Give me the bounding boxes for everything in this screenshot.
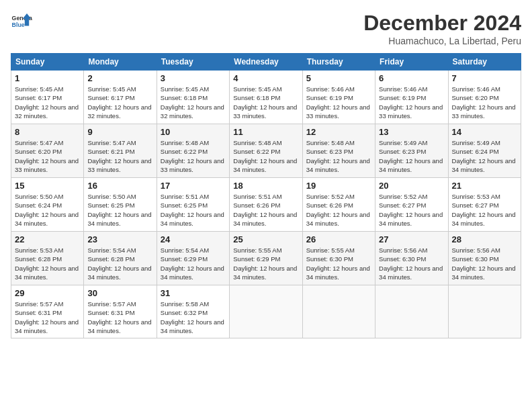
table-row: 16 Sunrise: 5:50 AMSunset: 6:25 PMDaylig… bbox=[84, 178, 157, 232]
svg-text:Blue: Blue bbox=[12, 21, 25, 28]
logo: General Blue bbox=[11, 11, 32, 32]
day-number: 16 bbox=[87, 181, 152, 191]
table-row: 27 Sunrise: 5:56 AMSunset: 6:30 PMDaylig… bbox=[375, 232, 448, 285]
day-number: 2 bbox=[87, 73, 152, 83]
day-info: Sunrise: 5:48 AMSunset: 6:23 PMDaylight:… bbox=[306, 139, 370, 173]
day-number: 17 bbox=[161, 181, 226, 191]
table-row: 23 Sunrise: 5:54 AMSunset: 6:28 PMDaylig… bbox=[84, 232, 157, 285]
day-info: Sunrise: 5:54 AMSunset: 6:28 PMDaylight:… bbox=[87, 246, 151, 281]
day-number: 15 bbox=[15, 181, 80, 191]
day-info: Sunrise: 5:58 AMSunset: 6:32 PMDaylight:… bbox=[161, 300, 224, 334]
table-row: 31 Sunrise: 5:58 AMSunset: 6:32 PMDaylig… bbox=[157, 285, 229, 338]
day-info: Sunrise: 5:47 AMSunset: 6:20 PMDaylight:… bbox=[15, 139, 79, 173]
table-row: 28 Sunrise: 5:56 AMSunset: 6:30 PMDaylig… bbox=[448, 232, 521, 285]
day-number: 31 bbox=[161, 288, 226, 298]
table-row: 5 Sunrise: 5:46 AMSunset: 6:19 PMDayligh… bbox=[302, 71, 375, 124]
day-number: 9 bbox=[87, 127, 152, 137]
day-number: 18 bbox=[233, 181, 298, 191]
day-info: Sunrise: 5:56 AMSunset: 6:30 PMDaylight:… bbox=[452, 246, 516, 281]
table-row: 19 Sunrise: 5:52 AMSunset: 6:26 PMDaylig… bbox=[302, 178, 375, 232]
day-number: 26 bbox=[306, 234, 371, 244]
day-info: Sunrise: 5:50 AMSunset: 6:24 PMDaylight:… bbox=[15, 193, 79, 227]
day-info: Sunrise: 5:45 AMSunset: 6:18 PMDaylight:… bbox=[161, 85, 224, 120]
day-number: 20 bbox=[379, 181, 444, 191]
table-row: 24 Sunrise: 5:54 AMSunset: 6:29 PMDaylig… bbox=[157, 232, 229, 285]
table-row: 10 Sunrise: 5:48 AMSunset: 6:22 PMDaylig… bbox=[157, 124, 229, 178]
day-number: 23 bbox=[87, 234, 152, 244]
table-row: 15 Sunrise: 5:50 AMSunset: 6:24 PMDaylig… bbox=[11, 178, 84, 232]
title-block: December 2024 Huamachuco, La Libertad, P… bbox=[363, 11, 521, 46]
day-number: 30 bbox=[87, 288, 152, 298]
day-number: 11 bbox=[233, 127, 298, 137]
table-row: 25 Sunrise: 5:55 AMSunset: 6:29 PMDaylig… bbox=[230, 232, 302, 285]
day-info: Sunrise: 5:46 AMSunset: 6:20 PMDaylight:… bbox=[452, 85, 516, 120]
table-row bbox=[302, 285, 375, 338]
day-info: Sunrise: 5:48 AMSunset: 6:22 PMDaylight:… bbox=[161, 139, 224, 173]
day-number: 21 bbox=[452, 181, 517, 191]
table-row: 12 Sunrise: 5:48 AMSunset: 6:23 PMDaylig… bbox=[302, 124, 375, 178]
day-info: Sunrise: 5:47 AMSunset: 6:21 PMDaylight:… bbox=[87, 139, 151, 173]
table-row: 18 Sunrise: 5:51 AMSunset: 6:26 PMDaylig… bbox=[230, 178, 302, 232]
day-number: 1 bbox=[15, 73, 80, 83]
day-info: Sunrise: 5:55 AMSunset: 6:29 PMDaylight:… bbox=[233, 246, 297, 281]
day-number: 22 bbox=[15, 234, 80, 244]
table-row: 29 Sunrise: 5:57 AMSunset: 6:31 PMDaylig… bbox=[11, 285, 84, 338]
col-friday: Friday bbox=[375, 54, 448, 71]
day-number: 12 bbox=[306, 127, 371, 137]
day-number: 3 bbox=[161, 73, 226, 83]
day-info: Sunrise: 5:55 AMSunset: 6:30 PMDaylight:… bbox=[306, 246, 370, 281]
day-number: 8 bbox=[15, 127, 80, 137]
month-title: December 2024 bbox=[363, 11, 521, 36]
table-row: 4 Sunrise: 5:45 AMSunset: 6:18 PMDayligh… bbox=[230, 71, 302, 124]
day-number: 14 bbox=[452, 127, 517, 137]
page-header: General Blue December 2024 Huamachuco, L… bbox=[11, 11, 521, 46]
day-number: 25 bbox=[233, 234, 298, 244]
calendar-header-row: Sunday Monday Tuesday Wednesday Thursday… bbox=[11, 54, 521, 71]
col-tuesday: Tuesday bbox=[157, 54, 229, 71]
day-info: Sunrise: 5:57 AMSunset: 6:31 PMDaylight:… bbox=[15, 300, 79, 334]
day-number: 7 bbox=[452, 73, 517, 83]
table-row: 6 Sunrise: 5:46 AMSunset: 6:19 PMDayligh… bbox=[375, 71, 448, 124]
day-info: Sunrise: 5:57 AMSunset: 6:31 PMDaylight:… bbox=[87, 300, 151, 334]
day-number: 10 bbox=[161, 127, 226, 137]
day-info: Sunrise: 5:46 AMSunset: 6:19 PMDaylight:… bbox=[306, 85, 370, 120]
day-info: Sunrise: 5:56 AMSunset: 6:30 PMDaylight:… bbox=[379, 246, 443, 281]
day-info: Sunrise: 5:53 AMSunset: 6:27 PMDaylight:… bbox=[452, 193, 516, 227]
day-number: 5 bbox=[306, 73, 371, 83]
day-number: 29 bbox=[15, 288, 80, 298]
table-row: 22 Sunrise: 5:53 AMSunset: 6:28 PMDaylig… bbox=[11, 232, 84, 285]
table-row bbox=[448, 285, 521, 338]
day-info: Sunrise: 5:53 AMSunset: 6:28 PMDaylight:… bbox=[15, 246, 79, 281]
day-number: 19 bbox=[306, 181, 371, 191]
table-row: 3 Sunrise: 5:45 AMSunset: 6:18 PMDayligh… bbox=[157, 71, 229, 124]
table-row: 11 Sunrise: 5:48 AMSunset: 6:22 PMDaylig… bbox=[230, 124, 302, 178]
day-info: Sunrise: 5:52 AMSunset: 6:26 PMDaylight:… bbox=[306, 193, 370, 227]
day-info: Sunrise: 5:45 AMSunset: 6:17 PMDaylight:… bbox=[87, 85, 151, 120]
col-monday: Monday bbox=[84, 54, 157, 71]
table-row bbox=[230, 285, 302, 338]
day-info: Sunrise: 5:52 AMSunset: 6:27 PMDaylight:… bbox=[379, 193, 443, 227]
col-saturday: Saturday bbox=[448, 54, 521, 71]
day-info: Sunrise: 5:51 AMSunset: 6:26 PMDaylight:… bbox=[233, 193, 297, 227]
location: Huamachuco, La Libertad, Peru bbox=[363, 36, 521, 46]
day-number: 24 bbox=[161, 234, 226, 244]
day-number: 28 bbox=[452, 234, 517, 244]
col-thursday: Thursday bbox=[302, 54, 375, 71]
day-number: 27 bbox=[379, 234, 444, 244]
day-info: Sunrise: 5:46 AMSunset: 6:19 PMDaylight:… bbox=[379, 85, 443, 120]
calendar-table: Sunday Monday Tuesday Wednesday Thursday… bbox=[11, 53, 521, 338]
table-row: 2 Sunrise: 5:45 AMSunset: 6:17 PMDayligh… bbox=[84, 71, 157, 124]
day-info: Sunrise: 5:51 AMSunset: 6:25 PMDaylight:… bbox=[161, 193, 224, 227]
table-row: 7 Sunrise: 5:46 AMSunset: 6:20 PMDayligh… bbox=[448, 71, 521, 124]
table-row: 9 Sunrise: 5:47 AMSunset: 6:21 PMDayligh… bbox=[84, 124, 157, 178]
day-number: 4 bbox=[233, 73, 298, 83]
logo-icon: General Blue bbox=[11, 11, 32, 32]
table-row: 20 Sunrise: 5:52 AMSunset: 6:27 PMDaylig… bbox=[375, 178, 448, 232]
col-wednesday: Wednesday bbox=[230, 54, 302, 71]
day-number: 6 bbox=[379, 73, 444, 83]
table-row: 13 Sunrise: 5:49 AMSunset: 6:23 PMDaylig… bbox=[375, 124, 448, 178]
table-row: 1 Sunrise: 5:45 AMSunset: 6:17 PMDayligh… bbox=[11, 71, 84, 124]
table-row: 26 Sunrise: 5:55 AMSunset: 6:30 PMDaylig… bbox=[302, 232, 375, 285]
day-info: Sunrise: 5:49 AMSunset: 6:23 PMDaylight:… bbox=[379, 139, 443, 173]
table-row: 30 Sunrise: 5:57 AMSunset: 6:31 PMDaylig… bbox=[84, 285, 157, 338]
